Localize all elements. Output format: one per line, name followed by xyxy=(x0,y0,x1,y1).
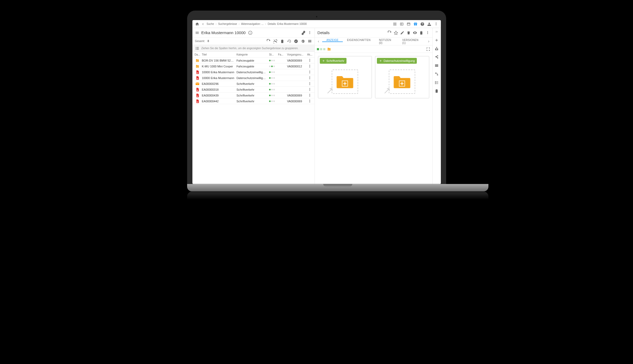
table-row[interactable]: EA00000439SchriftverkehrVA0000069 xyxy=(192,93,315,98)
row-more-icon[interactable] xyxy=(308,87,312,92)
row-title: EA00000296 xyxy=(201,82,235,85)
row-category: Schriftverkehr xyxy=(235,100,268,103)
row-title: K-MU 1000 Mini Cooper xyxy=(201,65,235,68)
card-add-button[interactable]: Datenschutzeinwilligung xyxy=(377,58,417,64)
drop-target[interactable] xyxy=(332,70,358,94)
action-rail xyxy=(432,28,441,184)
tab-notizen-[interactable]: NOTIZEN (0) xyxy=(375,39,398,44)
total-value: 8 xyxy=(207,40,209,43)
details-refresh-icon[interactable] xyxy=(387,31,392,35)
row-more-icon[interactable] xyxy=(308,93,312,98)
tab-versionen-[interactable]: VERSIONEN (1) xyxy=(398,39,425,44)
tabs-prev-icon[interactable] xyxy=(315,40,322,43)
results-title: Erika Mustermann 10000 xyxy=(201,30,246,35)
star-icon[interactable] xyxy=(394,31,398,35)
list-view-icon[interactable] xyxy=(308,39,312,43)
table-row[interactable]: 10000 Erika MustermannDatenschutzeinwill… xyxy=(192,75,315,81)
rail-collapse-icon[interactable] xyxy=(435,30,439,34)
breadcrumb-item[interactable]: Aktennavigation: ... xyxy=(241,22,264,25)
rail-merge-icon[interactable] xyxy=(435,47,439,51)
table-row[interactable]: K-MU 1000 Mini CooperFahrzeugakteVA00000… xyxy=(192,63,315,69)
table-row[interactable]: EA00000296Schriftverkehr xyxy=(192,81,315,87)
row-more-icon[interactable] xyxy=(308,82,312,86)
details-title: Details xyxy=(317,30,385,35)
table-header: Da... Titel Kategorie St... Fa... Vorgan… xyxy=(192,52,315,58)
row-type-icon xyxy=(195,64,200,68)
help-icon[interactable] xyxy=(420,22,424,26)
history-icon[interactable] xyxy=(287,39,291,43)
arrow-in-icon xyxy=(384,87,390,95)
table-row[interactable]: 10000 Erika MustermannDatenschutzeinwill… xyxy=(192,69,315,75)
paste-icon[interactable] xyxy=(419,31,423,35)
row-type-icon xyxy=(195,70,200,74)
rail-flow-icon[interactable] xyxy=(435,72,439,76)
user-icon[interactable] xyxy=(427,22,431,26)
rail-add-icon[interactable] xyxy=(435,38,439,42)
panel-layout-icon[interactable] xyxy=(400,22,404,26)
home-icon[interactable] xyxy=(195,22,199,26)
breadcrumb-item[interactable]: Suchergebnisse xyxy=(218,22,237,25)
drop-target[interactable] xyxy=(389,70,415,94)
row-status xyxy=(268,83,277,85)
row-status xyxy=(268,95,277,96)
details-tabs: ANZEIGEEIGENSCHAFTENNOTIZEN (0)VERSIONEN… xyxy=(315,38,432,45)
card-add-button[interactable]: Schriftverkehr xyxy=(320,58,346,64)
row-type-icon xyxy=(195,58,200,63)
trash-icon[interactable] xyxy=(406,31,411,35)
row-more-icon[interactable] xyxy=(308,58,312,63)
row-title: EA00000442 xyxy=(201,100,235,103)
eye-icon[interactable] xyxy=(413,31,417,35)
total-label: Gesamt: xyxy=(195,40,205,43)
tabs-next-icon[interactable] xyxy=(425,40,432,43)
top-more-icon[interactable] xyxy=(434,22,438,26)
row-more-icon[interactable] xyxy=(308,64,312,68)
row-category: Schriftverkehr xyxy=(235,82,268,85)
tab-anzeige[interactable]: ANZEIGE xyxy=(322,39,343,42)
apps-icon[interactable] xyxy=(393,22,397,26)
nav-back-icon[interactable] xyxy=(201,22,205,26)
menu-icon[interactable] xyxy=(195,31,199,35)
gift-icon[interactable] xyxy=(413,22,418,26)
row-status xyxy=(268,66,277,67)
rail-scan-icon[interactable] xyxy=(435,63,439,68)
row-vorgang: VA0000069 xyxy=(286,94,307,97)
row-vorgang: VA0000012 xyxy=(286,65,307,68)
link-icon[interactable] xyxy=(301,31,306,35)
row-more-icon[interactable] xyxy=(308,70,312,74)
window-icon[interactable] xyxy=(406,22,411,26)
breadcrumb-item[interactable]: Suche xyxy=(207,22,214,25)
compass-icon[interactable] xyxy=(294,39,298,43)
info-icon[interactable] xyxy=(248,31,252,35)
row-category: Schriftverkehr xyxy=(235,88,268,91)
row-status xyxy=(268,100,277,102)
table-row[interactable]: EA00000318Schriftverkehr xyxy=(192,87,315,93)
row-title: EA00000318 xyxy=(201,88,235,91)
unlink-icon[interactable] xyxy=(273,39,278,43)
table-row[interactable]: EA00000442SchriftverkehrVA0000069 xyxy=(192,98,315,104)
tab-eigenschaften[interactable]: EIGENSCHAFTEN xyxy=(343,39,375,42)
table-row[interactable]: BOR-DV 156 BMW 525DFahrzeugakteVA0000069 xyxy=(192,58,315,63)
top-bar: Suche›Suchergebnisse›Aktennavigation: ..… xyxy=(192,20,441,28)
fullscreen-icon[interactable] xyxy=(426,47,430,51)
arrow-in-icon xyxy=(326,87,333,95)
row-status xyxy=(268,89,277,90)
row-more-icon[interactable] xyxy=(308,99,312,103)
clipboard-icon[interactable] xyxy=(280,39,284,43)
row-type-icon xyxy=(195,87,200,92)
results-more-icon[interactable] xyxy=(308,31,312,35)
gear-icon[interactable] xyxy=(301,39,305,43)
refresh-icon[interactable] xyxy=(266,39,271,43)
drop-card[interactable]: Schriftverkehr xyxy=(318,56,372,98)
tree-icon xyxy=(195,46,199,50)
rail-checklist-icon[interactable] xyxy=(435,80,439,85)
rail-share-icon[interactable] xyxy=(435,55,439,59)
drop-card[interactable]: Datenschutzeinwilligung xyxy=(375,56,429,98)
details-more-icon[interactable] xyxy=(426,31,430,35)
status-indicator xyxy=(317,48,325,50)
breadcrumb-item[interactable]: Details: Erika Mustermann 10000 xyxy=(268,22,307,25)
edit-icon[interactable] xyxy=(400,31,404,35)
rail-clipboard-icon[interactable] xyxy=(435,89,439,93)
folder-add-icon xyxy=(393,74,411,89)
row-more-icon[interactable] xyxy=(308,76,312,80)
row-type-icon xyxy=(195,93,200,98)
